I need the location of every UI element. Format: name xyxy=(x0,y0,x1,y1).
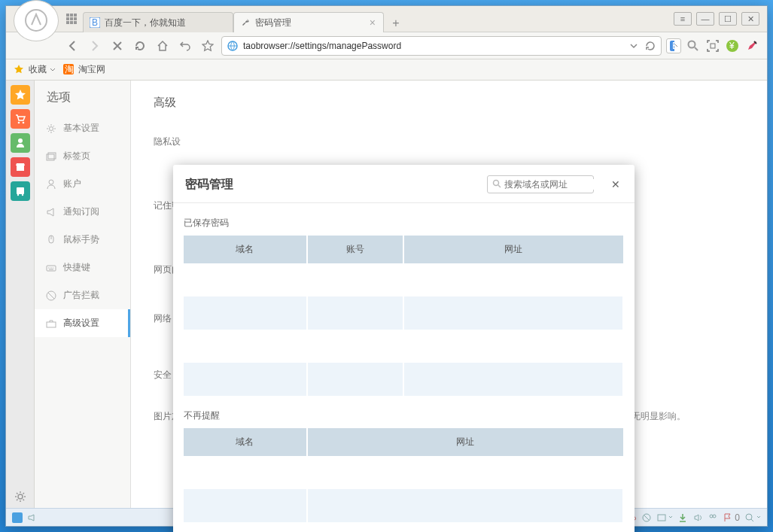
sidebar-item-basic[interactable]: 基本设置 xyxy=(35,114,130,142)
dialog-body: 已保存密码 域名 账号 网址 不再提醒 xyxy=(173,203,635,532)
svg-rect-6 xyxy=(74,17,77,20)
col-domain: 域名 xyxy=(184,236,307,263)
sidebar-label: 账户 xyxy=(63,178,81,190)
svg-rect-5 xyxy=(70,17,73,20)
col-url: 网址 xyxy=(403,236,623,263)
table-row[interactable] xyxy=(184,296,623,330)
sidebar-item-shortcuts[interactable]: 快捷键 xyxy=(35,254,130,281)
user-icon xyxy=(45,178,57,190)
vtool-star-icon[interactable] xyxy=(11,85,30,105)
vtool-cart-icon[interactable] xyxy=(11,109,30,129)
col-url: 网址 xyxy=(307,428,623,456)
status-window-icon[interactable] xyxy=(656,512,673,523)
svg-rect-1 xyxy=(66,14,69,17)
address-input[interactable] xyxy=(243,41,623,51)
new-tab-button[interactable]: + xyxy=(387,15,405,32)
svg-point-22 xyxy=(22,122,24,124)
status-app-icon[interactable] xyxy=(12,512,23,523)
globe-icon xyxy=(227,40,239,52)
gear-icon[interactable] xyxy=(14,490,29,505)
refresh-icon[interactable] xyxy=(644,40,656,52)
sidebar-item-advanced[interactable]: 高级设置 xyxy=(35,309,130,337)
tab-baidu[interactable]: B 百度一下，你就知道 xyxy=(83,12,233,32)
table-row[interactable] xyxy=(184,363,623,396)
bookmarks-button[interactable]: 收藏 xyxy=(14,63,56,76)
toolbox-icon xyxy=(45,318,57,330)
dialog-search-input[interactable] xyxy=(504,179,617,190)
table-row[interactable] xyxy=(184,489,623,522)
sidebar-item-gestures[interactable]: 鼠标手势 xyxy=(35,226,130,254)
status-block-icon[interactable] xyxy=(641,512,652,523)
svg-rect-24 xyxy=(17,187,24,194)
svg-point-42 xyxy=(710,515,713,518)
table-row[interactable] xyxy=(184,263,623,296)
close-tab-icon[interactable]: × xyxy=(368,17,377,29)
title-bar: B 百度一下，你就知道 密码管理 × + ≡ — ☐ ✕ xyxy=(6,6,767,32)
bookmark-item-taobao[interactable]: 淘 淘宝网 xyxy=(63,63,105,76)
sidebar-item-tabs[interactable]: 标签页 xyxy=(35,142,130,170)
grid-icon[interactable] xyxy=(62,9,81,29)
svg-text:淘: 淘 xyxy=(65,64,74,74)
search-provider-icon[interactable]: B xyxy=(666,38,681,53)
undo-button[interactable] xyxy=(176,37,194,55)
svg-rect-2 xyxy=(70,14,73,17)
svg-point-43 xyxy=(713,515,716,518)
table-row[interactable] xyxy=(184,330,623,363)
home-button[interactable] xyxy=(154,37,172,55)
back-button[interactable] xyxy=(63,37,81,55)
status-flag-icon[interactable]: 0 xyxy=(723,512,740,523)
dropdown-icon[interactable] xyxy=(628,40,640,52)
svg-rect-16 xyxy=(711,44,715,48)
no-remind-table: 域名 网址 xyxy=(184,428,624,532)
status-megaphone-icon[interactable] xyxy=(27,512,38,523)
tab-title: 密码管理 xyxy=(255,17,364,29)
sidebar-item-notifications[interactable]: 通知订阅 xyxy=(35,198,130,226)
svg-text:B: B xyxy=(92,17,98,28)
dialog-header: 密码管理 ✕ xyxy=(173,165,635,203)
block-icon xyxy=(45,290,57,302)
table-row[interactable] xyxy=(184,522,623,532)
tabs-container: B 百度一下，你就知道 密码管理 × + xyxy=(83,6,405,32)
stop-button[interactable] xyxy=(108,37,126,55)
dialog-title: 密码管理 xyxy=(185,177,233,193)
taobao-icon: 淘 xyxy=(63,64,75,76)
browser-logo xyxy=(14,0,59,41)
maximize-button[interactable]: ☐ xyxy=(719,12,737,26)
svg-rect-4 xyxy=(66,17,69,20)
sidebar-item-adblock[interactable]: 广告拦截 xyxy=(35,281,130,309)
sidebar-title: 选项 xyxy=(35,90,130,114)
tab-password-manager[interactable]: 密码管理 × xyxy=(233,12,384,32)
saved-passwords-label: 已保存密码 xyxy=(184,211,624,236)
status-zoom-icon[interactable] xyxy=(744,512,761,523)
svg-rect-35 xyxy=(47,322,56,327)
svg-point-15 xyxy=(689,41,695,47)
menu-button[interactable]: ≡ xyxy=(674,12,692,26)
forward-button[interactable] xyxy=(86,37,104,55)
dialog-close-button[interactable]: ✕ xyxy=(609,178,622,191)
table-row[interactable] xyxy=(184,456,623,489)
sidebar-item-account[interactable]: 账户 xyxy=(35,170,130,198)
dialog-search-box[interactable] xyxy=(487,175,594,193)
coin-icon[interactable]: ¥ xyxy=(725,38,740,53)
search-icon[interactable] xyxy=(686,38,701,53)
address-bar[interactable] xyxy=(221,36,662,56)
vtool-store-icon[interactable] xyxy=(11,157,30,177)
close-button[interactable]: ✕ xyxy=(741,12,759,26)
status-volume-icon[interactable] xyxy=(692,512,703,523)
reload-button[interactable] xyxy=(131,37,149,55)
star-button[interactable] xyxy=(199,37,217,55)
svg-point-28 xyxy=(50,126,53,130)
vtool-user-icon[interactable] xyxy=(11,133,30,153)
baidu-favicon-icon: B xyxy=(90,17,100,28)
vertical-toolbar xyxy=(6,81,35,508)
status-download-icon[interactable] xyxy=(677,512,688,523)
svg-point-23 xyxy=(18,138,23,143)
svg-rect-41 xyxy=(658,515,665,521)
svg-point-21 xyxy=(17,122,20,124)
qr-scan-icon[interactable] xyxy=(705,38,720,53)
browser-window: B 百度一下，你就知道 密码管理 × + ≡ — ☐ ✕ xyxy=(5,5,768,527)
brush-icon[interactable] xyxy=(744,38,759,53)
status-users-icon[interactable] xyxy=(708,512,718,523)
minimize-button[interactable]: — xyxy=(696,12,714,26)
vtool-bus-icon[interactable] xyxy=(11,181,30,201)
